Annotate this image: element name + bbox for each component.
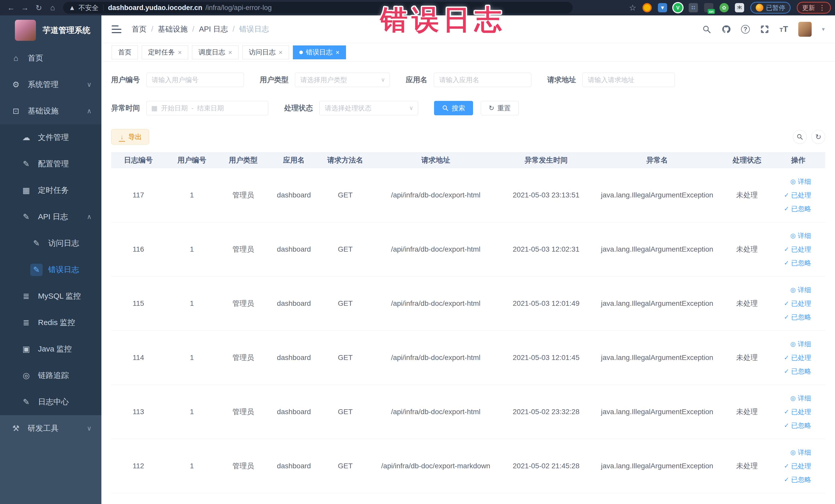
sync-paused-pill[interactable]: 已暂停 [750, 2, 791, 14]
date-end-placeholder[interactable]: 结束日期 [197, 104, 224, 113]
shield-icon[interactable]: ▼ [658, 3, 667, 12]
security-label[interactable]: 不安全 [79, 3, 99, 12]
mark-ignored-link[interactable]: ✓已忽略 [784, 475, 811, 484]
puzzle-icon[interactable] [735, 3, 744, 12]
detail-link[interactable]: ◎详细 [790, 340, 811, 349]
table-cell: GET [320, 245, 371, 254]
eye-icon: ◎ [20, 369, 32, 382]
home-icon[interactable]: ⌂ [46, 3, 60, 12]
sidebar-item-mysql-monitor[interactable]: ≣MySQL 监控 [0, 283, 101, 309]
mark-processed-link[interactable]: ✓已处理 [784, 245, 811, 254]
date-start-placeholder[interactable]: 开始日期 [161, 104, 188, 113]
font-size-icon[interactable]: TT [779, 24, 788, 34]
breadcrumb-item[interactable]: 基础设施 [158, 24, 188, 35]
browser-menu-icon[interactable]: ⋮ [819, 4, 826, 12]
search-button[interactable]: 搜索 [434, 101, 473, 115]
avatar[interactable] [798, 22, 812, 37]
fullscreen-icon[interactable] [760, 25, 769, 34]
refresh-table-button[interactable]: ↻ [811, 130, 825, 144]
reset-button[interactable]: ↻ 重置 [481, 101, 519, 115]
action-label: 已忽略 [791, 259, 811, 267]
check-icon: ✓ [784, 191, 789, 199]
request-url-input[interactable] [583, 73, 675, 87]
mark-processed-link[interactable]: ✓已处理 [784, 462, 811, 471]
breadcrumb-item[interactable]: API 日志 [199, 24, 228, 35]
action-label: 详细 [798, 394, 811, 403]
table-body: 1171管理员dashboardGET/api/infra/db-doc/exp… [111, 168, 825, 493]
bookmark-star-icon[interactable]: ☆ [629, 3, 636, 13]
sidebar-item-error-log[interactable]: ✎错误日志 [0, 257, 101, 283]
mark-processed-link[interactable]: ✓已处理 [784, 299, 811, 308]
sidebar-item-access-log[interactable]: ✎访问日志 [0, 230, 101, 257]
close-icon[interactable]: × [279, 49, 282, 56]
tab-access-log[interactable]: 访问日志× [242, 45, 289, 59]
detail-link[interactable]: ◎详细 [790, 394, 811, 403]
sidebar-item-dev-tools[interactable]: ⚒研发工具∨ [0, 415, 101, 442]
close-icon[interactable]: × [228, 49, 232, 56]
mark-processed-link[interactable]: ✓已处理 [784, 407, 811, 417]
switch-on-icon[interactable]: on [704, 3, 713, 12]
mark-ignored-link[interactable]: ✓已忽略 [784, 313, 811, 322]
sidebar-item-scheduled-tasks[interactable]: ▦定时任务 [0, 177, 101, 204]
sidebar-collapse-icon[interactable] [111, 25, 121, 33]
detail-link[interactable]: ◎详细 [790, 231, 811, 240]
mark-ignored-link[interactable]: ✓已忽略 [784, 204, 811, 213]
github-icon[interactable] [721, 25, 731, 34]
sidebar-item-config-management[interactable]: ✎配置管理 [0, 151, 101, 177]
row-actions: ◎详细✓已处理✓已忽略 [771, 448, 825, 484]
document-icon: ✎ [30, 237, 43, 249]
sidebar-item-infrastructure[interactable]: ⊡基础设施∧ [0, 98, 101, 124]
user-type-select[interactable]: 请选择用户类型 ∨ [295, 73, 390, 87]
detail-link[interactable]: ◎详细 [790, 177, 811, 186]
close-icon[interactable]: × [178, 49, 182, 56]
table-cell: 115 [111, 299, 166, 308]
address-bar[interactable]: ▲ 不安全 dashboard.yudao.iocoder.cn/infra/l… [63, 2, 573, 14]
sidebar-item-api-log[interactable]: ✎API 日志∧ [0, 204, 101, 230]
mark-ignored-link[interactable]: ✓已忽略 [784, 367, 811, 376]
toggle-search-button[interactable] [793, 130, 807, 144]
mark-ignored-link[interactable]: ✓已忽略 [784, 259, 811, 267]
sidebar-item-redis-monitor[interactable]: ≣Redis 监控 [0, 309, 101, 336]
date-range-picker[interactable]: ▦ 开始日期 - 结束日期 [146, 101, 268, 115]
mark-ignored-link[interactable]: ✓已忽略 [784, 421, 811, 430]
export-button[interactable]: ↓ 导出 [111, 129, 149, 144]
mark-processed-link[interactable]: ✓已处理 [784, 353, 811, 362]
reload-icon[interactable]: ↻ [32, 3, 46, 12]
back-icon[interactable]: ← [4, 3, 18, 12]
caret-down-icon[interactable]: ▾ [822, 26, 825, 33]
adblock-icon[interactable] [643, 3, 652, 12]
sidebar-item-label: 首页 [28, 53, 43, 63]
tab-error-log[interactable]: 错误日志× [293, 45, 346, 59]
user-id-input[interactable] [146, 73, 244, 87]
process-status-select[interactable]: 请选择处理状态 ∨ [319, 101, 418, 115]
sidebar-logo-row[interactable]: 芋道管理系统 [0, 15, 101, 45]
close-icon[interactable]: × [336, 49, 340, 56]
leaf-icon[interactable]: ✿ [719, 3, 729, 12]
sidebar-item-java-monitor[interactable]: ▣Java 监控 [0, 336, 101, 362]
mark-processed-link[interactable]: ✓已处理 [784, 191, 811, 200]
chevron-down-icon: ∨ [87, 424, 91, 432]
sidebar-item-home[interactable]: ⌂首页 [0, 45, 101, 72]
sidebar-item-file-management[interactable]: ☁文件管理 [0, 124, 101, 151]
search-icon[interactable] [702, 25, 711, 34]
help-icon[interactable]: ? [741, 25, 750, 34]
tab-scheduled-tasks[interactable]: 定时任务× [142, 45, 188, 59]
tab-schedule-log[interactable]: 调度日志× [192, 45, 239, 59]
table-cell: 未处理 [722, 407, 771, 417]
main-panel: 首页 / 基础设施 / API 日志 / 错误日志 ? TT [101, 15, 835, 504]
action-label: 已忽略 [791, 204, 811, 213]
app-name-input[interactable] [434, 73, 531, 87]
table-cell: /api/infra/db-doc/export-html [371, 245, 501, 254]
grid-icon[interactable]: ∷ [689, 3, 698, 12]
tab-home[interactable]: 首页 [111, 45, 138, 59]
table-cell: /api/infra/db-doc/export-html [371, 191, 501, 199]
sidebar-item-trace[interactable]: ◎链路追踪 [0, 362, 101, 389]
forward-icon[interactable]: → [18, 3, 32, 12]
update-button[interactable]: 更新 ⋮ [797, 2, 831, 14]
detail-link[interactable]: ◎详细 [790, 285, 811, 295]
detail-link[interactable]: ◎详细 [790, 448, 811, 457]
breadcrumb-item[interactable]: 首页 [132, 24, 147, 35]
sidebar-item-system-management[interactable]: ⚙系统管理∨ [0, 72, 101, 98]
sidebar-item-log-center[interactable]: ✎日志中心 [0, 389, 101, 415]
green-check-icon[interactable]: V [673, 3, 683, 12]
